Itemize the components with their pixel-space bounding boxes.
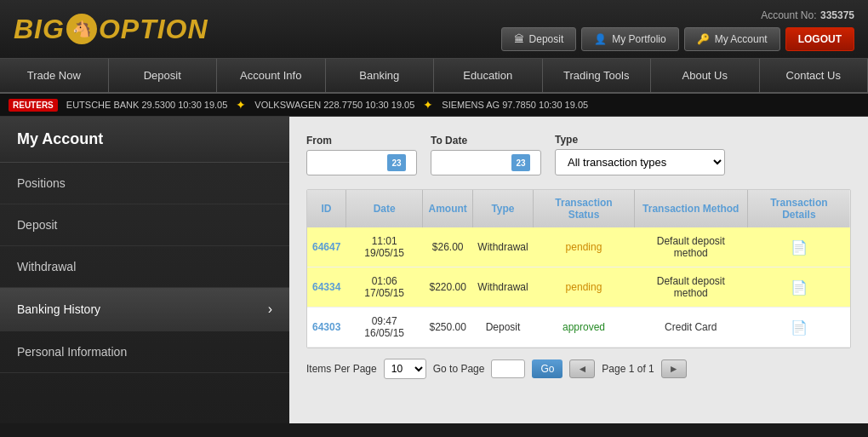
logo-icon: 🐴	[66, 14, 97, 44]
main-area: My Account Positions Deposit Withdrawal …	[0, 117, 868, 423]
content-area: From 23 To Date 23 Type All transaction …	[289, 117, 868, 423]
col-header-amount: Amount	[423, 190, 472, 227]
page-number-input[interactable]	[491, 359, 525, 378]
sidebar-item-deposit[interactable]: Deposit	[0, 204, 289, 246]
main-nav: Trade Now Deposit Account Info Banking E…	[0, 59, 868, 94]
from-label: From	[306, 135, 417, 147]
go-to-page-label: Go to Page	[433, 363, 485, 375]
logo-option: OPTION	[99, 14, 208, 45]
sidebar-item-withdrawal[interactable]: Withdrawal	[0, 246, 289, 288]
cell-type: Withdrawal	[472, 227, 533, 267]
from-date-wrap: 23	[306, 150, 417, 175]
cell-method: Default deposit method	[634, 267, 747, 308]
cell-amount: $220.00	[423, 267, 472, 308]
page-info: Page 1 of 1	[602, 363, 654, 375]
col-header-method: Transaction Method	[634, 190, 747, 227]
type-label: Type	[555, 134, 725, 146]
logout-button[interactable]: LOGOUT	[785, 27, 854, 51]
col-header-id: ID	[307, 190, 345, 227]
cell-id: 64334	[307, 267, 345, 308]
deposit-header-button[interactable]: 🏛 Deposit	[501, 27, 577, 51]
sidebar-title: My Account	[0, 117, 289, 163]
ticker-sep-0: ✦	[236, 98, 246, 112]
sidebar-item-personal-info[interactable]: Personal Information	[0, 331, 289, 373]
col-header-details: Transaction Details	[747, 190, 850, 227]
ticker-sep-1: ✦	[423, 98, 433, 112]
sidebar-label-withdrawal: Withdrawal	[17, 260, 76, 273]
bank-icon: 🏛	[514, 33, 524, 45]
ticker-item-1: VOLKSWAGEN 228.7750 10:30 19.05	[254, 100, 414, 110]
cell-date: 11:01 19/05/15	[345, 227, 423, 267]
header: BIG 🐴 OPTION Account No: 335375 🏛 Deposi…	[0, 0, 868, 59]
col-header-status: Transaction Status	[534, 190, 635, 227]
col-header-type: Type	[472, 190, 533, 227]
cell-method: Default deposit method	[634, 227, 747, 267]
cell-amount: $250.00	[423, 308, 472, 348]
key-icon: 🔑	[697, 33, 710, 45]
ticker-item-2: SIEMENS AG 97.7850 10:30 19.05	[442, 100, 588, 110]
sidebar-label-deposit: Deposit	[17, 218, 57, 232]
col-header-date: Date	[345, 190, 423, 227]
table-row: 64334 01:06 17/05/15 $220.00 Withdrawal …	[307, 267, 850, 308]
cell-date: 09:47 16/05/15	[345, 308, 423, 348]
nav-banking[interactable]: Banking	[326, 59, 435, 92]
account-number: Account No: 335375	[761, 7, 854, 22]
cell-amount: $26.00	[423, 227, 472, 267]
sidebar-item-positions[interactable]: Positions	[0, 163, 289, 204]
to-date-group: To Date 23	[431, 135, 541, 175]
sidebar-label-banking-history: Banking History	[17, 302, 100, 316]
ticker-item-0: EUTSCHE BANK 29.5300 10:30 19.05	[66, 100, 228, 110]
to-calendar-icon[interactable]: 23	[511, 154, 530, 171]
cell-method: Credit Card	[634, 308, 747, 348]
nav-contact-us[interactable]: Contact Us	[760, 59, 869, 92]
table-row: 64303 09:47 16/05/15 $250.00 Deposit app…	[307, 308, 850, 348]
logo-big: BIG	[14, 14, 65, 45]
my-account-button[interactable]: 🔑 My Account	[684, 27, 780, 51]
cell-id: 64303	[307, 308, 345, 348]
sidebar: My Account Positions Deposit Withdrawal …	[0, 117, 289, 423]
nav-trading-tools[interactable]: Trading Tools	[543, 59, 652, 92]
ticker-bar: REUTERS EUTSCHE BANK 29.5300 10:30 19.05…	[0, 94, 868, 117]
reuters-badge: REUTERS	[9, 99, 58, 112]
header-buttons: 🏛 Deposit 👤 My Portfolio 🔑 My Account LO…	[501, 27, 854, 51]
cell-status: pending	[534, 267, 635, 308]
cell-type: Withdrawal	[472, 267, 533, 308]
items-per-page-label: Items Per Page	[306, 363, 377, 375]
nav-trade-now[interactable]: Trade Now	[0, 59, 109, 92]
pagination-row: Items Per Page 10 25 50 Go to Page Go ◄ …	[306, 359, 851, 379]
transactions-table-wrap: ID Date Amount Type Transaction Status T…	[306, 189, 851, 348]
next-page-button[interactable]: ►	[661, 359, 687, 378]
to-date-input[interactable]	[438, 157, 506, 169]
sidebar-label-positions: Positions	[17, 176, 66, 190]
items-per-page-select[interactable]: 10 25 50	[384, 359, 426, 379]
nav-account-info[interactable]: Account Info	[217, 59, 326, 92]
document-icon[interactable]: 📄	[747, 308, 850, 348]
type-group: Type All transaction typesDepositWithdra…	[555, 134, 725, 175]
to-date-wrap: 23	[431, 150, 541, 175]
portfolio-button[interactable]: 👤 My Portfolio	[581, 27, 678, 51]
sidebar-item-banking-history[interactable]: Banking History ›	[0, 288, 289, 331]
table-row: 64647 11:01 19/05/15 $26.00 Withdrawal p…	[307, 227, 850, 267]
chevron-right-icon: ›	[268, 302, 272, 317]
to-date-label: To Date	[431, 135, 541, 147]
cell-date: 01:06 17/05/15	[345, 267, 423, 308]
prev-page-button[interactable]: ◄	[569, 359, 595, 378]
filter-row: From 23 To Date 23 Type All transaction …	[306, 134, 851, 175]
from-date-group: From 23	[306, 135, 417, 175]
nav-education[interactable]: Education	[434, 59, 543, 92]
nav-about-us[interactable]: About Us	[651, 59, 760, 92]
from-date-input[interactable]	[314, 157, 382, 169]
document-icon[interactable]: 📄	[747, 267, 850, 308]
cell-status: approved	[534, 308, 635, 348]
person-icon: 👤	[594, 33, 607, 45]
transactions-table: ID Date Amount Type Transaction Status T…	[307, 190, 850, 348]
go-button[interactable]: Go	[532, 359, 562, 378]
from-calendar-icon[interactable]: 23	[387, 154, 406, 171]
cell-type: Deposit	[472, 308, 533, 348]
sidebar-label-personal-info: Personal Information	[17, 345, 127, 359]
nav-deposit[interactable]: Deposit	[109, 59, 218, 92]
cell-status: pending	[534, 227, 635, 267]
document-icon[interactable]: 📄	[747, 227, 850, 267]
header-right: Account No: 335375 🏛 Deposit 👤 My Portfo…	[501, 7, 854, 51]
transaction-type-select[interactable]: All transaction typesDepositWithdrawal	[555, 149, 725, 175]
